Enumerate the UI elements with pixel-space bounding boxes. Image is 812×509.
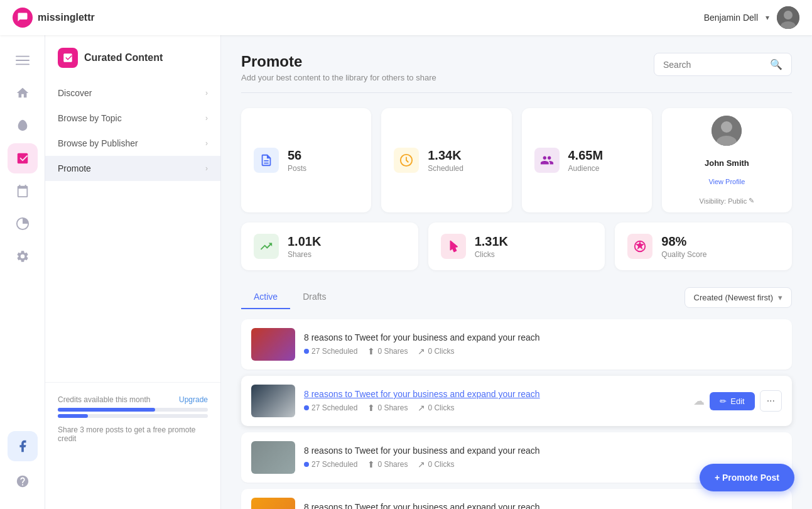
meta-shares: ⬆ 0 Shares [367, 403, 408, 413]
tab-active[interactable]: Active [241, 285, 290, 309]
chevron-right-icon: › [205, 89, 208, 97]
shares-icon [254, 234, 279, 259]
content-info: 8 reasons to Tweet for your business and… [304, 502, 782, 509]
menu-item-browse-topic[interactable]: Browse by Topic › [45, 106, 220, 131]
stat-info-audience: 4.65M Audience [568, 148, 604, 173]
profile-avatar [712, 116, 742, 146]
sidebar-item-analytics[interactable] [8, 209, 38, 239]
stat-card-scheduled: 1.34K Scheduled [381, 108, 511, 212]
item-actions: ☁ ✏ Edit ··· [693, 390, 782, 412]
credits-hint: Share 3 more posts to get a free promote… [58, 425, 208, 443]
stat-card-clicks: 1.31K Clicks [428, 222, 605, 270]
sidebar-item-help[interactable] [8, 466, 38, 496]
more-options-button[interactable]: ··· [760, 390, 782, 412]
edit-button[interactable]: ✏ Edit [710, 392, 754, 410]
chevron-right-icon: › [205, 164, 208, 173]
edit-visibility-icon[interactable]: ✎ [749, 197, 754, 205]
content-title-link[interactable]: 8 reasons to Tweet for your business and… [304, 389, 685, 399]
menu-item-label: Browse by Publisher [58, 138, 138, 148]
layout: Curated Content Discover › Browse by Top… [0, 0, 812, 509]
clicks-icon-small: ↗ [418, 403, 425, 413]
share-icon: ⬆ [367, 346, 375, 356]
content-thumbnail [251, 328, 295, 361]
logo-icon [13, 8, 33, 28]
posts-icon [254, 148, 279, 173]
profile-visibility: Visibility: Public ✎ [700, 197, 755, 205]
svg-point-9 [721, 121, 732, 133]
meta-scheduled: 27 Scheduled [304, 346, 357, 356]
topnav-right: Benjamin Dell ▾ [704, 6, 799, 29]
edit-pencil-icon: ✏ [720, 397, 727, 406]
content-title: 8 reasons to Tweet for your business and… [304, 446, 782, 456]
main-content: Promote Add your best content to the lib… [221, 35, 812, 509]
stat-card-posts: 56 Posts [241, 108, 371, 212]
clicks-icon-small: ↗ [418, 459, 425, 469]
view-profile-link[interactable]: View Profile [708, 178, 745, 185]
menu-item-browse-publisher[interactable]: Browse by Publisher › [45, 131, 220, 156]
content-item: 8 reasons to Tweet for your business and… [241, 319, 792, 369]
sidebar-item-curated[interactable] [8, 143, 38, 173]
credits-label: Credits available this month Upgrade [58, 395, 208, 404]
credits-progress-fill2 [58, 414, 88, 418]
sidebar-item-menu[interactable] [8, 45, 38, 75]
clicks-icon [441, 234, 466, 259]
stat-value-audience: 4.65M [568, 148, 604, 163]
logo: missinglettr [13, 8, 95, 28]
sidebar-item-facebook[interactable] [8, 431, 38, 461]
meta-shares: ⬆ 0 Shares [367, 459, 408, 469]
stat-info-clicks: 1.31K Clicks [475, 234, 508, 259]
promote-post-button[interactable]: + Promote Post [700, 464, 794, 491]
user-name: Benjamin Dell [704, 13, 758, 23]
sidebar-item-settings[interactable] [8, 241, 38, 271]
chevron-right-icon: › [205, 114, 208, 123]
content-thumbnail [251, 441, 295, 474]
scheduled-dot [304, 462, 309, 467]
stat-info-scheduled: 1.34K Scheduled [428, 148, 463, 173]
sidebar-item-calendar[interactable] [8, 176, 38, 206]
profile-name: John Smith [705, 158, 749, 168]
panel-header: Curated Content [45, 48, 220, 80]
search-box[interactable]: 🔍 [654, 53, 792, 76]
menu-item-label: Promote [58, 163, 91, 173]
menu-item-discover[interactable]: Discover › [45, 80, 220, 106]
stat-card-audience: 4.65M Audience [522, 108, 652, 212]
search-input[interactable] [663, 60, 765, 70]
audience-icon [534, 148, 560, 173]
cloud-icon: ☁ [693, 394, 705, 408]
stat-label-audience: Audience [568, 164, 604, 173]
stat-card-shares: 1.01K Shares [241, 222, 418, 270]
credits-progress-bar2 [58, 414, 208, 418]
menu-item-promote[interactable]: Promote › [45, 156, 220, 181]
scheduled-icon [394, 148, 419, 173]
tab-drafts[interactable]: Drafts [290, 285, 338, 309]
sort-dropdown[interactable]: Created (Newest first) ▾ [685, 287, 792, 308]
search-icon: 🔍 [770, 58, 782, 70]
sidebar-item-home[interactable] [8, 78, 38, 108]
sidebar-item-drop[interactable] [8, 111, 38, 141]
share-icon: ⬆ [367, 403, 375, 413]
stat-label-scheduled: Scheduled [428, 164, 463, 173]
sidebar-bottom [8, 431, 38, 499]
topnav: missinglettr Benjamin Dell ▾ [0, 0, 812, 35]
tabs-row: Active Drafts Created (Newest first) ▾ [241, 285, 792, 309]
meta-scheduled: 27 Scheduled [304, 459, 357, 469]
scheduled-dot [304, 349, 309, 354]
meta-clicks: ↗ 0 Clicks [418, 403, 454, 413]
credits-section: Credits available this month Upgrade Sha… [45, 382, 220, 456]
quality-icon [627, 234, 652, 259]
page-title: Promote [241, 53, 436, 70]
menu-item-label: Browse by Topic [58, 113, 122, 123]
content-thumbnail [251, 385, 295, 417]
content-title: 8 reasons to Tweet for your business and… [304, 332, 782, 342]
content-meta: 27 Scheduled ⬆ 0 Shares ↗ 0 Clicks [304, 346, 782, 356]
stat-info-quality: 98% Quality Score [661, 234, 706, 259]
page-header: Promote Add your best content to the lib… [241, 53, 792, 93]
stat-label-clicks: Clicks [475, 250, 508, 259]
stat-info-posts: 56 Posts [288, 148, 306, 173]
sort-label: Created (Newest first) [694, 293, 773, 302]
meta-scheduled: 27 Scheduled [304, 403, 357, 413]
dropdown-arrow[interactable]: ▾ [766, 13, 769, 22]
upgrade-link[interactable]: Upgrade [179, 395, 208, 404]
avatar[interactable] [777, 6, 799, 29]
panel-icon [58, 48, 78, 68]
